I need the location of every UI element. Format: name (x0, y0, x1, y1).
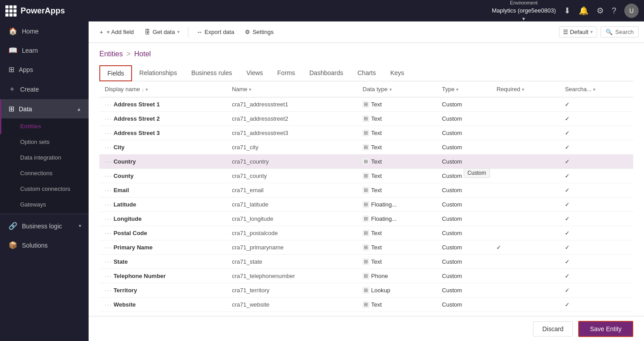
sidebar-item-apps[interactable]: ⊞ Apps (0, 60, 89, 79)
discard-button[interactable]: Discard (533, 321, 573, 337)
tab-dashboards[interactable]: Dashboards (302, 66, 350, 81)
toolbar-separator-1 (188, 27, 188, 38)
sidebar-item-home[interactable]: 🏠 Home (0, 21, 89, 41)
tab-keys[interactable]: Keys (383, 66, 411, 81)
row-dots[interactable]: ··· (105, 159, 112, 165)
data-subitems: Entities Option sets Data integration Co… (0, 118, 89, 212)
tab-views[interactable]: Views (239, 66, 270, 81)
row-dots[interactable]: ··· (105, 259, 112, 265)
sort-icon-type: ▾ (456, 87, 459, 92)
sidebar-subitem-gateways[interactable]: Gateways (0, 197, 89, 212)
row-dots[interactable]: ··· (105, 287, 112, 294)
sidebar-item-create[interactable]: ＋ Create (0, 79, 89, 99)
sidebar-item-solutions[interactable]: 📦 Solutions (0, 236, 89, 255)
field-type: Custom (437, 126, 491, 140)
col-display-name[interactable]: Display name ↓ ▾ (99, 81, 226, 97)
field-searchable: ✓ (559, 183, 633, 198)
row-dots[interactable]: ··· (105, 202, 112, 208)
field-data-type: ⊞ Text (357, 126, 436, 140)
table-row: ··· Countycra71_county⊞ TextCustomCustom… (99, 169, 633, 183)
row-dots[interactable]: ··· (105, 130, 112, 136)
save-entity-button[interactable]: Save Entity (578, 321, 633, 337)
chevron-down-icon: ▾ (79, 223, 81, 229)
avatar-initials: U (629, 7, 634, 14)
sidebar-subitem-connections[interactable]: Connections (0, 165, 89, 181)
field-required (491, 97, 559, 112)
field-type: Custom (437, 112, 491, 126)
tab-charts-label: Charts (358, 69, 376, 76)
col-type[interactable]: Type ▾ (437, 81, 491, 97)
row-dots[interactable]: ··· (105, 216, 112, 222)
sidebar-item-learn-label: Learn (22, 47, 38, 54)
field-data-type: ⊞ Text (357, 140, 436, 155)
sidebar-item-data[interactable]: ⊞ Data ▲ (0, 99, 89, 118)
tabs: Fields Relationships Business rules View… (99, 65, 633, 81)
col-searchable[interactable]: Searcha... ▾ (559, 81, 633, 97)
breadcrumb-entities-link[interactable]: Entities (99, 50, 123, 58)
create-icon: ＋ (9, 84, 16, 94)
export-data-button[interactable]: ↔ Export data (192, 26, 239, 38)
sidebar-item-data-label: Data (19, 105, 72, 113)
notification-icon[interactable]: 🔔 (579, 6, 589, 16)
field-display-name: Latitude (114, 201, 136, 208)
row-dots[interactable]: ··· (105, 244, 112, 251)
avatar[interactable]: U (624, 4, 639, 18)
tab-forms[interactable]: Forms (270, 66, 303, 81)
data-type-icon: ⊞ (363, 187, 369, 194)
settings-icon[interactable]: ⚙ (597, 6, 604, 16)
col-data-type[interactable]: Data type ▾ (357, 81, 436, 97)
sidebar-subitem-custom-connectors[interactable]: Custom connectors (0, 181, 89, 197)
app-name: PowerApps (21, 6, 65, 16)
data-type-icon: ⊞ (363, 173, 369, 179)
data-type-icon: ⊞ (363, 201, 369, 208)
search-field[interactable]: 🔍 Search (601, 26, 639, 38)
tab-dashboards-label: Dashboards (309, 69, 343, 76)
sidebar-item-business-logic[interactable]: 🔗 Business logic ▾ (0, 216, 89, 236)
tab-forms-label: Forms (277, 69, 295, 76)
view-toggle[interactable]: ☰ Default ▾ (559, 26, 597, 38)
field-type: Custom (437, 198, 491, 212)
sidebar-subitem-option-sets[interactable]: Option sets (0, 134, 89, 150)
sidebar-item-learn[interactable]: 📖 Learn (0, 41, 89, 60)
environment-selector[interactable]: Environment Maplytics (orge5ee0803) ▾ (492, 0, 556, 22)
help-icon[interactable]: ? (612, 6, 616, 16)
col-name[interactable]: Name ▾ (226, 81, 357, 97)
field-type: Custom (437, 298, 491, 312)
row-dots[interactable]: ··· (105, 273, 112, 279)
get-data-button[interactable]: 🗄 Get data ▾ (140, 26, 184, 38)
field-display-name: Territory (114, 287, 137, 294)
field-required (491, 112, 559, 126)
table-row: ··· Countrycra71_country⊞ TextCustom✓ (99, 155, 633, 169)
field-logical-name: cra71_latitude (226, 198, 357, 212)
field-data-type: ⊞ Text (357, 255, 436, 269)
add-field-button[interactable]: ＋ + Add field (94, 25, 138, 39)
waffle-icon[interactable] (5, 5, 16, 16)
row-dots[interactable]: ··· (105, 144, 112, 151)
row-dots[interactable]: ··· (105, 116, 112, 122)
breadcrumb: Entities > Hotel (99, 50, 633, 58)
sidebar-subitem-data-integration[interactable]: Data integration (0, 150, 89, 165)
field-logical-name: cra71_country (226, 155, 357, 169)
col-required[interactable]: Required ▾ (491, 81, 559, 97)
download-icon[interactable]: ⬇ (564, 6, 571, 16)
table-row: ··· Primary Namecra71_primaryname⊞ TextC… (99, 240, 633, 255)
row-dots[interactable]: ··· (105, 173, 112, 179)
row-dots[interactable]: ··· (105, 230, 112, 236)
tab-charts[interactable]: Charts (350, 66, 383, 81)
field-logical-name: cra71_county (226, 169, 357, 183)
tab-relationships[interactable]: Relationships (132, 66, 184, 81)
tab-business-rules[interactable]: Business rules (184, 66, 239, 81)
sidebar-subitem-entities[interactable]: Entities (0, 118, 89, 134)
row-dots[interactable]: ··· (105, 302, 112, 308)
sort-icon-searchable: ▾ (593, 87, 596, 92)
table-row: ··· Citycra71_city⊞ TextCustom✓ (99, 140, 633, 155)
row-dots[interactable]: ··· (105, 101, 112, 108)
row-dots[interactable]: ··· (105, 187, 112, 194)
field-data-type: ⊞ Floating... (357, 198, 436, 212)
sort-down-icon: ↓ ▾ (141, 87, 148, 92)
field-data-type: ⊞ Floating... (357, 212, 436, 226)
settings-button[interactable]: ⚙ Settings (240, 26, 278, 38)
toolbar: ＋ + Add field 🗄 Get data ▾ ↔ Export data… (89, 21, 644, 43)
tab-fields[interactable]: Fields (99, 65, 132, 81)
field-required (491, 183, 559, 198)
